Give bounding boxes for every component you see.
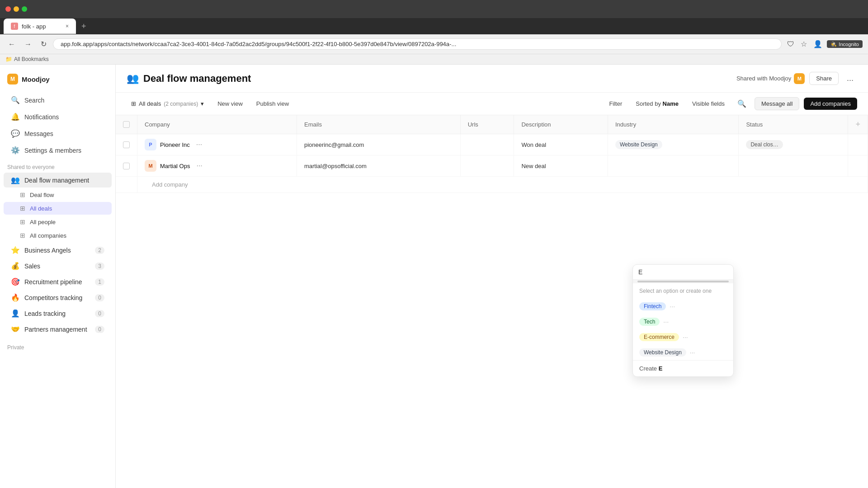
address-bar[interactable]: app.folk.app/apps/contacts/network/ccaa7…: [53, 38, 782, 50]
row1-company-name[interactable]: Pioneer Inc: [160, 141, 190, 148]
more-options-btn[interactable]: ...: [843, 72, 857, 85]
sort-field: Name: [663, 100, 679, 107]
shared-icon: M: [794, 73, 805, 84]
row1-avatar-letter: P: [149, 142, 152, 147]
view-selector-btn[interactable]: ⊞ All deals (2 companies) ▾: [127, 98, 208, 110]
col-emails[interactable]: Emails: [297, 115, 460, 134]
dropdown-option-website-design[interactable]: Website Design ···: [633, 345, 733, 360]
new-tab-btn[interactable]: +: [78, 20, 90, 33]
row1-status-tag[interactable]: Deal clos…: [746, 140, 783, 149]
row2-company-name[interactable]: Martial Ops: [160, 163, 190, 169]
sidebar-item-deal-flow-management[interactable]: 👥 Deal flow management: [4, 173, 112, 188]
sidebar-item-search[interactable]: 🔍 Search: [4, 92, 112, 108]
tab-close-btn[interactable]: ×: [66, 23, 69, 29]
sidebar-sub-deal-flow[interactable]: ⊞ Deal flow: [4, 188, 112, 201]
sidebar-sub-all-companies[interactable]: ⊞ All companies: [4, 229, 112, 242]
filter-btn[interactable]: Filter: [604, 98, 627, 110]
sidebar-competitors-label: Competitors tracking: [24, 294, 82, 301]
sidebar-badge-leads: 0: [95, 310, 104, 317]
sidebar-badge-partners: 0: [95, 326, 104, 333]
row2-emails-cell[interactable]: martial@opsofficial.com: [297, 155, 460, 177]
row1-checkbox[interactable]: [123, 141, 130, 148]
visible-fields-btn[interactable]: Visible fields: [688, 98, 729, 110]
bell-icon: 🔔: [11, 113, 20, 121]
nav-forward-btn[interactable]: →: [22, 38, 34, 50]
sidebar-logo[interactable]: M Moodjoy: [0, 70, 115, 92]
table-row: M Martial Ops ··· martial@opsofficial.co…: [116, 155, 868, 177]
col-industry[interactable]: Industry: [608, 115, 739, 134]
dropdown-create-option[interactable]: Create E: [633, 360, 733, 376]
page-title-icon: 👥: [127, 73, 139, 84]
row1-description-cell[interactable]: Won deal: [514, 134, 608, 155]
sidebar-sub-all-people[interactable]: ⊞ All people: [4, 216, 112, 228]
nav-back-btn[interactable]: ←: [5, 38, 18, 50]
search-table-btn[interactable]: 🔍: [734, 98, 750, 110]
dropdown-option-fintech[interactable]: Fintech ···: [633, 299, 733, 314]
dropdown-option-ecommerce[interactable]: E-commerce ···: [633, 329, 733, 345]
dropdown-scrollbar-thumb[interactable]: [637, 281, 729, 282]
star-icon[interactable]: ☆: [799, 38, 809, 50]
browser-toolbar: ← → ↻ app.folk.app/apps/contacts/network…: [0, 34, 868, 54]
row2-industry-cell[interactable]: [608, 155, 739, 177]
browser-tab-active[interactable]: f folk - app ×: [4, 19, 76, 34]
shared-badge: Shared with Moodjoy M: [736, 73, 805, 84]
profile-icon[interactable]: 👤: [811, 38, 824, 50]
money-icon-sales: 💰: [11, 262, 20, 270]
sidebar-item-leads[interactable]: 👤 Leads tracking 0: [4, 306, 112, 321]
sidebar-leads-label: Leads tracking: [24, 310, 66, 317]
companies-table: Company Emails Urls Description Industry…: [116, 115, 868, 193]
dropdown-search-input[interactable]: [638, 268, 728, 276]
sidebar-item-messages[interactable]: 💬 Messages: [4, 126, 112, 141]
option-more-website-design[interactable]: ···: [690, 349, 695, 356]
sidebar-item-recruitment[interactable]: 🎯 Recruitment pipeline 1: [4, 274, 112, 289]
option-more-ecommerce[interactable]: ···: [683, 333, 688, 341]
sidebar-item-partners[interactable]: 🤝 Partners management 0: [4, 322, 112, 337]
add-row-cell[interactable]: Add company: [137, 177, 868, 193]
message-all-btn[interactable]: Message all: [755, 97, 799, 110]
option-more-tech[interactable]: ···: [663, 318, 669, 325]
add-company-label[interactable]: Add company: [145, 177, 195, 192]
share-button[interactable]: Share: [809, 72, 839, 85]
add-row[interactable]: Add company: [116, 177, 868, 193]
sort-btn[interactable]: Sorted by Name: [631, 98, 683, 110]
browser-tabs: f folk - app × +: [0, 18, 868, 34]
col-status[interactable]: Status: [739, 115, 848, 134]
nav-refresh-btn[interactable]: ↻: [38, 38, 49, 50]
bookmarks-label[interactable]: All Bookmarks: [14, 56, 49, 62]
publish-view-btn[interactable]: Publish view: [252, 98, 293, 110]
sidebar-recruitment-label: Recruitment pipeline: [24, 278, 82, 286]
page-header-actions: Shared with Moodjoy M Share ...: [736, 72, 857, 85]
row1-action-btn[interactable]: ···: [193, 140, 205, 150]
new-view-btn[interactable]: New view: [213, 98, 247, 110]
dropdown-scrollbar-area: [633, 280, 733, 283]
dropdown-option-tech[interactable]: Tech ···: [633, 314, 733, 329]
row1-industry-tag[interactable]: Website Design: [615, 140, 662, 149]
option-more-fintech[interactable]: ···: [670, 303, 675, 310]
add-companies-btn[interactable]: Add companies: [804, 98, 857, 110]
window-maximize-btn[interactable]: [22, 6, 27, 12]
add-column-btn[interactable]: +: [848, 115, 868, 134]
row2-checkbox[interactable]: [123, 163, 130, 169]
sidebar-item-competitors[interactable]: 🔥 Competitors tracking 0: [4, 290, 112, 305]
sort-label: Sorted by: [636, 100, 661, 107]
sidebar-settings-label: Settings & members: [24, 147, 81, 154]
option-tag-tech: Tech: [639, 318, 660, 326]
sidebar-item-settings[interactable]: ⚙️ Settings & members: [4, 142, 112, 158]
table-header-row: Company Emails Urls Description Industry…: [116, 115, 868, 134]
col-urls[interactable]: Urls: [460, 115, 514, 134]
chat-icon: 💬: [11, 129, 20, 138]
sidebar-item-sales[interactable]: 💰 Sales 3: [4, 258, 112, 273]
bookmarks-folder-icon: 📁: [5, 56, 12, 62]
window-close-btn[interactable]: [5, 6, 11, 12]
sidebar-item-notifications[interactable]: 🔔 Notifications: [4, 109, 112, 125]
select-all-checkbox[interactable]: [123, 121, 130, 128]
sidebar-sub-all-deals[interactable]: ⊞ All deals: [4, 202, 112, 215]
col-company[interactable]: Company: [137, 115, 297, 134]
window-minimize-btn[interactable]: [14, 6, 19, 12]
table-container: Company Emails Urls Description Industry…: [116, 115, 868, 488]
col-description[interactable]: Description: [514, 115, 608, 134]
row2-action-btn[interactable]: ···: [193, 161, 205, 171]
row1-emails-cell[interactable]: pioneerinc@gmail.com: [297, 134, 460, 155]
sidebar-item-business-angels[interactable]: ⭐ Business Angels 2: [4, 243, 112, 258]
row2-description-cell[interactable]: New deal: [514, 155, 608, 177]
